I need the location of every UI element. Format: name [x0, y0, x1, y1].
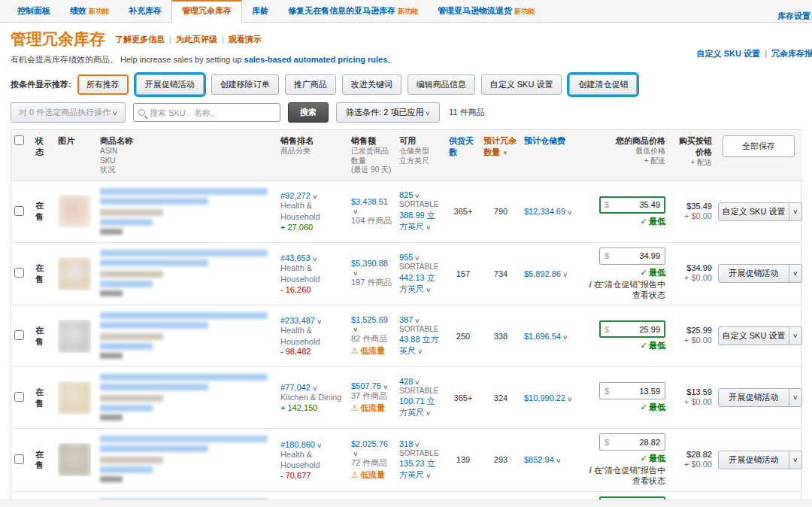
row-action-button[interactable]: 开展促销活动 ∨ [718, 264, 802, 283]
sales-rank-link[interactable]: #77,042 [280, 383, 311, 392]
row-checkbox[interactable] [14, 454, 24, 464]
chevron-down-icon[interactable]: ∨ [317, 318, 323, 325]
chevron-down-icon[interactable]: ∨ [567, 209, 573, 216]
chevron-down-icon[interactable]: ∨ [312, 385, 318, 392]
nav-tab[interactable]: 控制面板 [8, 0, 60, 22]
sales-amount-link[interactable]: $2,025.76 [351, 439, 388, 448]
product-image[interactable] [58, 320, 91, 353]
chevron-down-icon[interactable]: ∨ [414, 255, 420, 262]
price-input-box[interactable]: $ [599, 247, 665, 265]
row-checkbox[interactable] [14, 392, 24, 402]
available-qty-link[interactable]: 955 [399, 253, 413, 262]
product-image[interactable] [58, 195, 91, 228]
sales-rank-link[interactable]: #233,487 [280, 316, 315, 325]
product-name-block[interactable] [97, 367, 277, 429]
sales-rank-link[interactable]: #92,272 [280, 191, 311, 200]
price-input[interactable] [609, 200, 660, 209]
available-qty-link[interactable]: 387 [399, 315, 413, 324]
product-image[interactable] [58, 381, 91, 414]
row-action-button[interactable]: 自定义 SKU 设置 ∨ [718, 326, 802, 345]
rate-page-link[interactable]: 为此页评级 [176, 35, 217, 44]
chevron-down-icon[interactable]: ∨ [792, 457, 798, 463]
storage-fee-link[interactable]: $5,892.86 [524, 269, 561, 278]
storage-fee-link[interactable]: $1,696.54 [524, 332, 561, 341]
recommendation-filter-button[interactable]: 创建移除订单 [211, 74, 279, 95]
price-input-box[interactable]: $ [599, 320, 665, 338]
row-action-button[interactable]: 开展促销活动 ∨ [718, 451, 802, 469]
nav-tab[interactable]: 管理亚马逊物流退货新功能 [428, 0, 544, 22]
chevron-down-icon[interactable]: ∨ [353, 208, 359, 215]
search-input[interactable] [150, 108, 275, 117]
recommendation-filter-button[interactable]: 编辑商品信息 [408, 74, 475, 95]
row-action-button[interactable]: 自定义 SKU 设置 ∨ [718, 202, 802, 221]
sales-amount-link[interactable]: $5,390.88 [351, 259, 388, 268]
search-button[interactable]: 搜索 [288, 102, 329, 123]
storage-fee-link[interactable]: $12,334.69 [524, 207, 565, 216]
column-estimated-excess-sort[interactable]: 预计冗余数量 ▼ [480, 130, 521, 181]
chevron-down-icon[interactable]: ∨ [353, 451, 359, 457]
nav-tab[interactable]: 绩效新功能 [60, 0, 119, 22]
custom-sku-settings-link[interactable]: 自定义 SKU 设置 [697, 49, 760, 58]
storage-fee-link[interactable]: $10,990.22 [524, 393, 565, 402]
sales-amount-link[interactable]: $507.75 [351, 381, 381, 390]
row-action-button[interactable]: 开展促销活动 ∨ [718, 388, 802, 407]
column-storage-fee-sort[interactable]: 预计仓储费 [524, 136, 565, 145]
pricing-rules-link[interactable]: sales-based automated pricing rules [244, 55, 388, 64]
chevron-down-icon[interactable]: ∨ [353, 270, 359, 277]
bulk-action-dropdown[interactable]: 对 0 件选定商品执行操作∨ [11, 102, 126, 123]
chevron-down-icon[interactable]: ∨ [414, 317, 420, 324]
product-name-block[interactable] [97, 242, 277, 305]
chevron-down-icon[interactable]: ∨ [567, 396, 573, 402]
chevron-down-icon[interactable]: ∨ [312, 256, 318, 263]
available-qty-link[interactable]: 825 [399, 190, 413, 199]
excess-inventory-report-link[interactable]: 冗余库存报告 [771, 49, 812, 58]
select-all-checkbox[interactable] [14, 135, 24, 145]
product-image[interactable] [58, 257, 91, 290]
sales-amount-link[interactable]: $3,438.51 [351, 197, 388, 206]
product-name-block[interactable] [97, 181, 277, 242]
price-input[interactable] [609, 251, 660, 260]
chevron-down-icon[interactable]: ∨ [317, 442, 323, 449]
product-image[interactable] [58, 443, 91, 476]
row-checkbox[interactable] [14, 206, 24, 216]
filter-dropdown[interactable]: 筛选条件: 2 项已应用∨ [336, 102, 440, 123]
price-input-box[interactable]: $ [599, 196, 665, 214]
recommendation-filter-button[interactable]: 所有推荐 [77, 74, 129, 95]
chevron-down-icon[interactable]: ∨ [426, 287, 432, 293]
recommendation-filter-button[interactable]: 改进关键词 [342, 74, 401, 95]
price-input-box[interactable]: $ [599, 382, 665, 399]
chevron-down-icon[interactable]: ∨ [417, 348, 423, 355]
chevron-down-icon[interactable]: ∨ [792, 332, 798, 339]
learn-more-link[interactable]: 了解更多信息 [115, 35, 165, 44]
price-input[interactable] [609, 325, 660, 334]
chevron-down-icon[interactable]: ∨ [414, 442, 420, 448]
nav-tab[interactable]: 修复无在售信息的亚马逊库存新功能 [278, 0, 428, 22]
recommendation-filter-button[interactable]: 开展促销活动 [136, 74, 204, 95]
row-checkbox[interactable] [14, 268, 24, 278]
sales-amount-link[interactable]: $1,525.69 [351, 315, 388, 324]
recommendation-filter-button[interactable]: 自定义 SKU 设置 [481, 74, 562, 95]
available-qty-link[interactable]: 318 [399, 439, 413, 448]
product-name-block[interactable] [97, 305, 277, 367]
sales-rank-link[interactable]: #180,860 [280, 440, 315, 449]
price-input[interactable] [609, 438, 660, 447]
chevron-down-icon[interactable]: ∨ [414, 379, 420, 386]
sales-rank-link[interactable]: #43,653 [280, 254, 311, 263]
price-input-box[interactable]: $ [599, 433, 665, 451]
chevron-down-icon[interactable]: ∨ [556, 457, 562, 464]
chevron-down-icon[interactable]: ∨ [792, 270, 798, 277]
chevron-down-icon[interactable]: ∨ [383, 384, 389, 390]
inventory-settings-link[interactable]: 库存设置 [777, 5, 812, 22]
nav-tab[interactable]: 管理冗余库存 [171, 0, 242, 23]
chevron-down-icon[interactable]: ∨ [353, 326, 359, 333]
chevron-down-icon[interactable]: ∨ [426, 224, 432, 231]
nav-tab[interactable]: 库龄 [242, 0, 278, 22]
chevron-down-icon[interactable]: ∨ [562, 272, 568, 278]
nav-tab[interactable]: 补充库存 [119, 0, 171, 22]
chevron-down-icon[interactable]: ∨ [426, 410, 432, 417]
column-days-of-supply-sort[interactable]: 供货天数 [449, 136, 474, 156]
row-checkbox[interactable] [14, 330, 24, 340]
recommendation-filter-button[interactable]: 创建清仓促销 [569, 74, 637, 95]
chevron-down-icon[interactable]: ∨ [426, 472, 432, 479]
available-qty-link[interactable]: 428 [399, 377, 413, 386]
